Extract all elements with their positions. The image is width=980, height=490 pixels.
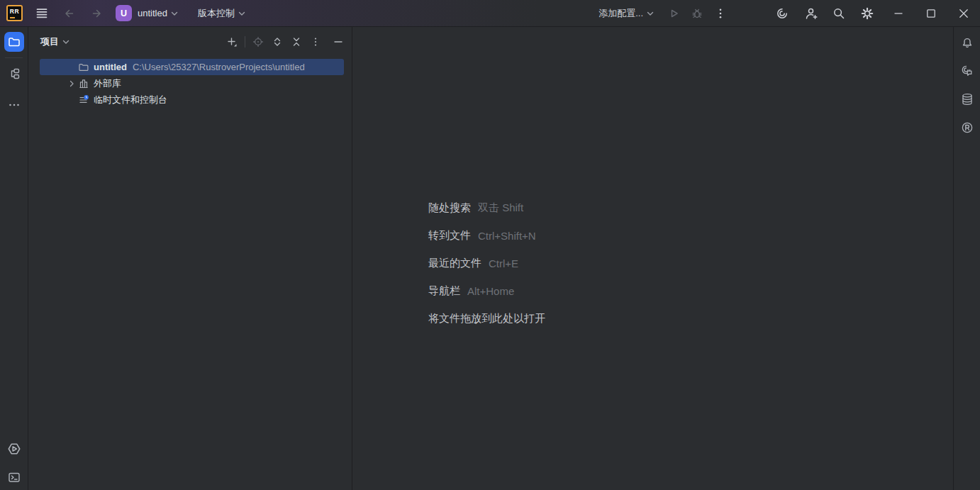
- hide-panel-icon[interactable]: [332, 35, 345, 48]
- terminal-icon: [7, 470, 21, 484]
- more-actions-kebab-icon[interactable]: [712, 5, 729, 22]
- project-root-path: C:\Users\25327\RustroverProjects\untitle…: [133, 62, 305, 72]
- search-everywhere-icon[interactable]: [830, 5, 847, 22]
- ai-chat-icon: [960, 64, 974, 78]
- shortcut-label: 将文件拖放到此处以打开: [428, 312, 545, 325]
- external-libraries-label: 外部库: [94, 77, 121, 90]
- run-hexagon-icon: [6, 441, 22, 457]
- shortcut-label: 导航栏: [428, 284, 460, 298]
- collapse-all-icon[interactable]: [290, 35, 303, 48]
- run-config-chevron-down-icon[interactable]: [647, 10, 654, 17]
- titlebar-right-group: 添加配置...: [598, 0, 980, 26]
- database-button[interactable]: [957, 89, 977, 109]
- structure-toolwindow-button[interactable]: [4, 64, 24, 84]
- titlebar: RR U untitled 版本控制 添: [0, 0, 980, 27]
- panel-options-kebab-icon[interactable]: [309, 35, 322, 48]
- logo-text: RR: [10, 8, 19, 15]
- code-with-me-user-plus-icon[interactable]: [803, 5, 820, 22]
- cargo-button[interactable]: [957, 118, 977, 138]
- window-minimize-icon[interactable]: [882, 0, 915, 27]
- cargo-rust-icon: [960, 121, 974, 135]
- actions-separator: [245, 36, 245, 48]
- chevron-right-icon[interactable]: [66, 79, 77, 88]
- tree-row-external-libraries[interactable]: 外部库: [28, 75, 352, 91]
- terminal-toolwindow-button[interactable]: [4, 467, 24, 487]
- debug-icon[interactable]: [689, 5, 706, 22]
- expand-all-icon[interactable]: [271, 35, 284, 48]
- bell-icon: [960, 35, 974, 50]
- shortcut-hints: 随处搜索 双击 Shift 转到文件 Ctrl+Shift+N 最近的文件 Ct…: [428, 201, 552, 339]
- forward-icon[interactable]: [90, 6, 106, 21]
- stripe-divider: [5, 57, 23, 58]
- shortcut-row: 转到文件 Ctrl+Shift+N: [428, 228, 552, 243]
- ai-chat-button[interactable]: [957, 61, 977, 81]
- main-menu-icon[interactable]: [34, 6, 50, 21]
- project-avatar[interactable]: U: [116, 5, 132, 21]
- scratches-label: 临时文件和控制台: [94, 94, 167, 106]
- titlebar-left-group: RR U untitled 版本控制: [0, 0, 245, 26]
- shortcut-row: 将文件拖放到此处以打开: [428, 311, 552, 325]
- shortcut-row: 导航栏 Alt+Home: [428, 284, 552, 298]
- shortcut-label: 最近的文件: [428, 257, 481, 270]
- locate-file-icon[interactable]: [252, 35, 265, 48]
- notifications-button[interactable]: [957, 33, 977, 52]
- shortcut-keys: Ctrl+E: [489, 257, 518, 269]
- project-panel-chevron-down-icon[interactable]: [62, 38, 69, 45]
- project-panel-header: 项目: [28, 27, 352, 57]
- database-icon: [960, 92, 974, 106]
- settings-gear-icon[interactable]: [859, 5, 876, 22]
- rustrover-logo: RR: [6, 5, 23, 21]
- ellipsis-icon: [7, 98, 21, 112]
- project-avatar-letter: U: [121, 9, 127, 18]
- project-panel-actions: [225, 35, 345, 48]
- window-maximize-icon[interactable]: [915, 0, 947, 27]
- run-icon[interactable]: [665, 5, 682, 22]
- add-icon[interactable]: [225, 35, 238, 48]
- tree-row-scratches[interactable]: 临时文件和控制台: [28, 91, 352, 108]
- more-toolwindows-button[interactable]: [4, 95, 24, 115]
- vcs-menu[interactable]: 版本控制: [198, 7, 235, 20]
- window-close-icon[interactable]: [947, 0, 980, 27]
- shortcut-row: 最近的文件 Ctrl+E: [428, 256, 552, 270]
- structure-icon: [7, 67, 21, 81]
- project-toolwindow-button[interactable]: [4, 32, 24, 52]
- shortcut-keys: Alt+Home: [467, 285, 514, 297]
- shortcut-label: 转到文件: [428, 229, 471, 243]
- shortcut-keys: 双击 Shift: [478, 201, 523, 215]
- editor-empty-area: 随处搜索 双击 Shift 转到文件 Ctrl+Shift+N 最近的文件 Ct…: [352, 27, 953, 490]
- shortcut-label: 随处搜索: [428, 201, 471, 215]
- project-panel-title[interactable]: 项目: [40, 35, 59, 48]
- shortcut-keys: Ctrl+Shift+N: [478, 230, 536, 242]
- folder-icon: [77, 62, 89, 73]
- vcs-chevron-down-icon[interactable]: [238, 10, 245, 17]
- run-toolwindow-button[interactable]: [4, 439, 24, 459]
- tree-row-project-root[interactable]: untitled C:\Users\25327\RustroverProject…: [28, 59, 352, 75]
- right-toolwindow-stripe: [953, 27, 980, 490]
- logo-underscore: [10, 17, 15, 18]
- project-root-name: untitled: [94, 62, 127, 72]
- project-chevron-down-icon[interactable]: [171, 10, 178, 17]
- back-icon[interactable]: [60, 6, 76, 21]
- project-selector[interactable]: untitled: [138, 8, 167, 18]
- library-icon: [77, 78, 89, 89]
- shortcut-row: 随处搜索 双击 Shift: [428, 201, 552, 215]
- run-configuration-selector[interactable]: 添加配置...: [598, 7, 643, 20]
- rustrover-window: { "titlebar": { "logo": "RR", "project_b…: [0, 0, 980, 490]
- left-toolwindow-stripe: [0, 27, 28, 490]
- ai-assistant-icon[interactable]: [774, 5, 791, 22]
- folder-icon: [7, 35, 21, 49]
- project-tree: untitled C:\Users\25327\RustroverProject…: [28, 59, 352, 108]
- scratches-icon: [77, 94, 89, 106]
- project-panel: 项目: [28, 27, 352, 490]
